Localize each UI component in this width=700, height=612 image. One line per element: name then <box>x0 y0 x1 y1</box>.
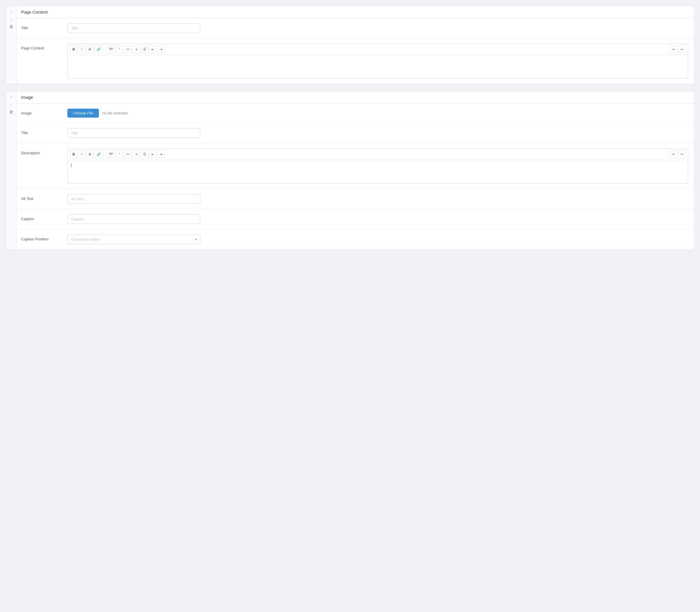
desc-quote-button[interactable]: " <box>115 151 123 158</box>
italic-button[interactable]: I <box>78 46 85 53</box>
redo-button[interactable]: ↪ <box>678 46 686 53</box>
move-down-button[interactable]: ↓ <box>9 16 13 22</box>
desc-indent-more-button[interactable]: ⇥ <box>157 151 165 158</box>
image-title-label: Title <box>21 128 67 135</box>
move-up-button[interactable]: ↑ <box>9 9 13 15</box>
image-delete-button[interactable]: 🗑 <box>8 109 14 115</box>
caption-control <box>67 214 688 224</box>
page-content-rich-editor: B I S 🔗 TT " <> ≡ ☰ ⇤ ⇥ ↩ ↪ <box>67 44 688 79</box>
no-file-text: no file selected <box>102 111 127 115</box>
alt-text-control <box>67 194 688 204</box>
desc-ul-button[interactable]: ≡ <box>133 151 140 158</box>
image-upload-row: Image Choose File no file selected <box>6 103 694 123</box>
page-content-body: Title Page Content B I S 🔗 TT " <box>6 18 694 84</box>
choose-file-button[interactable]: Choose File <box>67 109 99 117</box>
image-section-header: Image <box>6 91 694 103</box>
desc-strikethrough-button[interactable]: S <box>86 151 94 158</box>
description-editor[interactable] <box>68 160 688 183</box>
page-content-toolbar: B I S 🔗 TT " <> ≡ ☰ ⇤ ⇥ ↩ ↪ <box>68 44 688 55</box>
desc-ol-button[interactable]: ☰ <box>141 151 149 158</box>
desc-link-button[interactable]: 🔗 <box>94 151 103 158</box>
indent-less-button[interactable]: ⇤ <box>149 46 157 53</box>
desc-undo-button[interactable]: ↩ <box>670 151 677 158</box>
bold-button[interactable]: B <box>70 46 78 53</box>
description-rich-editor: B I S 🔗 TT " <> ≡ ☰ ⇤ ⇥ ↩ ↪ <box>67 149 688 183</box>
image-section-controls: ↑ ↓ 🗑 <box>6 91 16 249</box>
desc-redo-button[interactable]: ↪ <box>678 151 686 158</box>
description-editor-wrap: B I S 🔗 TT " <> ≡ ☰ ⇤ ⇥ ↩ ↪ <box>67 149 688 183</box>
link-button[interactable]: 🔗 <box>94 46 103 53</box>
alt-text-row: Alt Text <box>6 189 694 209</box>
desc-code-button[interactable]: <> <box>124 151 132 158</box>
image-upload-control: Choose File no file selected <box>67 109 688 117</box>
description-toolbar: B I S 🔗 TT " <> ≡ ☰ ⇤ ⇥ ↩ ↪ <box>68 149 688 160</box>
section-controls: ↑ ↓ 🗑 <box>6 6 16 84</box>
image-move-down-button[interactable]: ↓ <box>9 101 13 108</box>
page-content-label: Page Content <box>21 44 67 50</box>
indent-more-button[interactable]: ⇥ <box>157 46 165 53</box>
desc-indent-less-button[interactable]: ⇤ <box>149 151 157 158</box>
image-move-up-button[interactable]: ↑ <box>9 94 13 100</box>
caption-row: Caption <box>6 209 694 230</box>
image-title-row: Title <box>6 123 694 143</box>
description-row: Description B I S 🔗 TT " <> ≡ ☰ ⇤ <box>6 143 694 189</box>
alt-text-input[interactable] <box>67 194 200 204</box>
page-content-editor-wrap: B I S 🔗 TT " <> ≡ ☰ ⇤ ⇥ ↩ ↪ <box>67 44 688 79</box>
code-button[interactable]: <> <box>124 46 132 53</box>
heading-button[interactable]: TT <box>107 46 115 53</box>
image-title-input[interactable] <box>67 128 200 138</box>
strikethrough-button[interactable]: S <box>86 46 94 53</box>
desc-heading-button[interactable]: TT <box>107 151 115 158</box>
caption-position-label: Caption Position <box>21 235 67 241</box>
page-content-row: Page Content B I S 🔗 TT " <> ≡ ☰ ⇤ <box>6 39 694 84</box>
page-content-section: ↑ ↓ 🗑 Page Content Title Page Content B … <box>6 6 694 84</box>
desc-bold-button[interactable]: B <box>70 151 78 158</box>
ol-button[interactable]: ☰ <box>141 46 149 53</box>
quote-button[interactable]: " <box>115 46 123 53</box>
delete-section-button[interactable]: 🗑 <box>8 24 14 30</box>
page-content-editor[interactable] <box>68 55 688 78</box>
image-section: ↑ ↓ 🗑 Image Image Choose File no file se… <box>6 91 694 250</box>
description-label: Description <box>21 149 67 155</box>
title-row: Title <box>6 18 694 39</box>
title-label: Title <box>21 24 67 30</box>
caption-position-select-wrap: Choose an option Above Below Left Right <box>67 235 200 244</box>
caption-position-select[interactable]: Choose an option Above Below Left Right <box>67 235 200 244</box>
file-input-row: Choose File no file selected <box>67 109 688 117</box>
title-input[interactable] <box>67 24 200 33</box>
alt-text-label: Alt Text <box>21 194 67 201</box>
caption-input[interactable] <box>67 214 200 224</box>
ul-button[interactable]: ≡ <box>133 46 140 53</box>
image-upload-label: Image <box>21 109 67 115</box>
caption-label: Caption <box>21 214 67 221</box>
image-section-body: Image Choose File no file selected Title… <box>6 103 694 249</box>
caption-position-control: Choose an option Above Below Left Right <box>67 235 688 244</box>
image-title-control <box>67 128 688 138</box>
title-control <box>67 24 688 33</box>
undo-button[interactable]: ↩ <box>670 46 677 53</box>
desc-italic-button[interactable]: I <box>78 151 85 158</box>
page-content-header: Page Content <box>6 6 694 18</box>
caption-position-row: Caption Position Choose an option Above … <box>6 230 694 249</box>
